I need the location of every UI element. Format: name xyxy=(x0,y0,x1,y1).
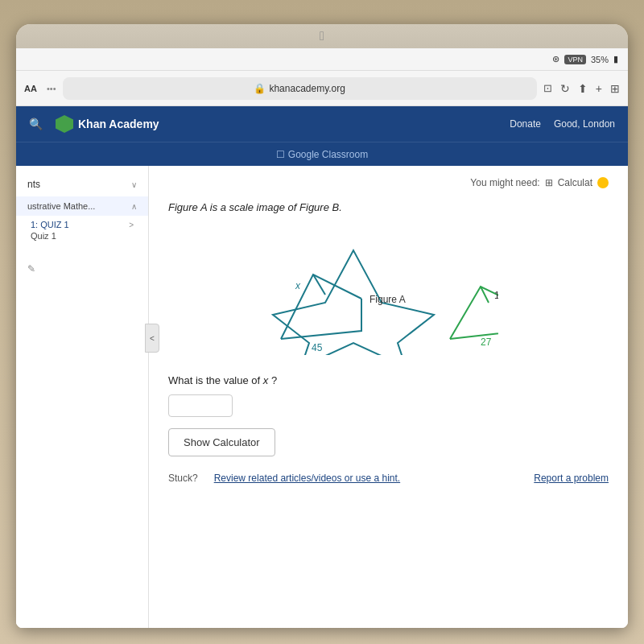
vpn-badge: VPN xyxy=(564,55,586,64)
user-greeting[interactable]: Good, London xyxy=(554,118,615,130)
x-label: x xyxy=(295,280,301,291)
answer-input[interactable] xyxy=(168,394,233,417)
tab-switch-icon[interactable]: ⊡ xyxy=(543,82,552,94)
ka-logo-area: Khan Academy xyxy=(56,115,497,133)
review-link[interactable]: Review related articles/videos or use a … xyxy=(214,473,400,484)
calculator-badge xyxy=(597,177,609,188)
safari-bar: AA ••• 🔒 khanacademy.org ⊡ ↻ ⬆ + ⊞ xyxy=(16,71,628,106)
ka-title[interactable]: Khan Academy xyxy=(78,118,159,130)
content-area: You might need: ⊞ Calculat Figure A is a… xyxy=(149,166,628,628)
you-might-need: You might need: ⊞ Calculat xyxy=(168,177,609,188)
url-text: khanacademy.org xyxy=(269,83,345,94)
search-icon[interactable]: 🔍 xyxy=(29,118,43,130)
reload-icon[interactable]: ↻ xyxy=(560,82,570,95)
show-calculator-button[interactable]: Show Calculator xyxy=(168,428,275,456)
battery-level: 35% xyxy=(591,55,609,64)
sidebar-course-arrow: ∧ xyxy=(131,202,137,211)
report-problem-link[interactable]: Report a problem xyxy=(534,473,609,484)
sidebar-collapse-toggle[interactable]: < xyxy=(145,324,159,353)
value-27: 27 xyxy=(481,336,492,348)
ka-navbar: 🔍 Khan Academy Donate Good, London xyxy=(16,106,628,142)
figure-description: Figure A is a scale image of Figure B. xyxy=(168,201,609,213)
sidebar-units-label: nts xyxy=(27,179,40,190)
x-variable: x xyxy=(263,374,269,386)
value-18: 18 xyxy=(494,290,498,301)
figure-description-text: Figure A is a scale image of Figure B. xyxy=(168,201,342,213)
figure-b-group: 18 Figure B 27 xyxy=(450,287,498,348)
figure-a-label: Figure A xyxy=(369,294,406,305)
aa-button[interactable]: AA xyxy=(24,84,40,93)
ka-nav-links: Donate Good, London xyxy=(510,118,615,130)
sidebar-course-item[interactable]: ustrative Mathe... ∧ xyxy=(16,196,148,216)
google-classroom-icon: ☐ xyxy=(276,149,285,160)
chevron-left-icon: < xyxy=(150,334,155,343)
edit-icon[interactable]: ✎ xyxy=(27,263,35,275)
url-bar[interactable]: 🔒 khanacademy.org xyxy=(63,77,537,100)
figure-a-group: x Figure A 45 xyxy=(281,275,406,353)
lock-icon: 🔒 xyxy=(254,83,266,94)
google-classroom-label: Google Classroom xyxy=(288,149,368,160)
wifi-icon: ⊛ xyxy=(552,54,559,64)
ka-shield-icon xyxy=(56,115,73,133)
question-label: What is the value of xyxy=(168,374,263,386)
monitor:  ⊛ VPN 35% ▮ AA ••• 🔒 khanacademy.org ⊡… xyxy=(16,24,628,628)
you-might-need-label: You might need: xyxy=(470,177,539,188)
dots-menu: ••• xyxy=(47,84,56,93)
sidebar-quiz-item[interactable]: 1: QUIZ 1 > Quiz 1 xyxy=(16,216,148,245)
share-icon[interactable]: ⬆ xyxy=(578,82,588,95)
figures-svg: x Figure A 45 18 xyxy=(176,226,498,355)
screen: ⊛ VPN 35% ▮ AA ••• 🔒 khanacademy.org ⊡ ↻… xyxy=(16,48,628,628)
sidebar-units-item[interactable]: nts ∨ xyxy=(16,172,148,196)
sidebar-units-arrow: ∨ xyxy=(131,180,137,189)
apple-logo-icon:  xyxy=(320,29,324,43)
battery-icon: ▮ xyxy=(613,54,618,64)
sidebar: nts ∨ ustrative Mathe... ∧ 1: QUIZ 1 > Q… xyxy=(16,166,149,628)
ios-status-bar: ⊛ VPN 35% ▮ xyxy=(16,48,628,71)
value-45: 45 xyxy=(312,342,323,353)
calculator-label: Calculat xyxy=(558,177,592,188)
question-mark: ? xyxy=(271,374,277,386)
figure-a-shape xyxy=(273,250,434,355)
question-text: What is the value of x ? xyxy=(168,374,609,386)
browser-actions: ⊡ ↻ ⬆ + ⊞ xyxy=(543,82,620,95)
google-classroom-link[interactable]: ☐ Google Classroom xyxy=(276,149,368,160)
sidebar-quiz-label: 1: QUIZ 1 xyxy=(31,220,69,229)
stuck-area: Stuck? Review related articles/videos or… xyxy=(168,473,609,484)
calculator-icon: ⊞ xyxy=(545,177,553,188)
secondary-nav: ☐ Google Classroom xyxy=(16,142,628,166)
figures-area: x Figure A 45 18 xyxy=(176,226,609,358)
stuck-label: Stuck? xyxy=(168,473,198,484)
sidebar-quiz-sublabel: Quiz 1 xyxy=(31,229,134,241)
sidebar-quiz-arrow: > xyxy=(129,221,134,229)
monitor-top:  xyxy=(16,24,628,48)
main-layout: nts ∨ ustrative Mathe... ∧ 1: QUIZ 1 > Q… xyxy=(16,166,628,628)
new-tab-icon[interactable]: + xyxy=(596,82,602,95)
status-icons: ⊛ VPN 35% ▮ xyxy=(552,54,618,64)
donate-link[interactable]: Donate xyxy=(510,118,541,130)
sidebar-course-label: ustrative Mathe... xyxy=(27,201,95,211)
tabs-grid-icon[interactable]: ⊞ xyxy=(610,82,620,95)
